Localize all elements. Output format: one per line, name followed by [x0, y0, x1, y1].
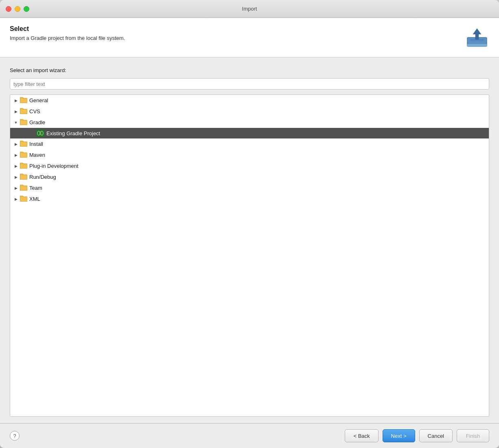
plugin-dev-label: Plug-in Development — [29, 163, 79, 169]
svg-rect-20 — [20, 142, 27, 146]
team-folder-icon — [20, 184, 27, 192]
window-title: Import — [242, 6, 257, 12]
tree-item-install[interactable]: ▶ Install — [10, 138, 489, 149]
plugin-dev-chevron: ▶ — [13, 164, 18, 169]
tree-item-xml[interactable]: ▶ XML — [10, 193, 489, 204]
existing-gradle-gradle-icon — [36, 130, 44, 137]
svg-rect-35 — [20, 197, 27, 201]
tree-item-gradle[interactable]: ▼ Gradle — [10, 117, 489, 128]
footer-left: ? — [10, 431, 20, 441]
team-chevron: ▶ — [13, 186, 18, 191]
svg-rect-26 — [20, 164, 27, 168]
cvs-label: CVS — [29, 108, 40, 114]
install-folder-icon — [20, 140, 27, 148]
next-button[interactable]: Next > — [383, 429, 415, 442]
header-section: Select Import a Gradle project from the … — [0, 18, 499, 57]
footer-buttons: < Back Next > Cancel Finish — [345, 429, 489, 442]
close-button[interactable] — [6, 6, 11, 12]
tree-item-general[interactable]: ▶ General — [10, 95, 489, 106]
existing-gradle-label: Existing Gradle Project — [46, 130, 100, 136]
existing-gradle-chevron — [30, 131, 35, 136]
run-debug-label: Run/Debug — [29, 174, 56, 180]
run-debug-chevron: ▶ — [13, 175, 18, 180]
maven-chevron: ▶ — [13, 153, 18, 158]
svg-rect-12 — [20, 121, 27, 125]
tree-item-plugin-dev[interactable]: ▶ Plug-in Development — [10, 160, 489, 171]
run-debug-folder-icon — [20, 173, 27, 181]
filter-input[interactable] — [10, 78, 489, 90]
cvs-chevron: ▶ — [13, 109, 18, 114]
cvs-folder-icon — [20, 108, 27, 115]
plugin-dev-folder-icon — [20, 162, 27, 170]
svg-rect-29 — [20, 175, 27, 179]
svg-rect-32 — [20, 186, 27, 190]
team-label: Team — [29, 185, 42, 191]
svg-rect-23 — [20, 153, 27, 157]
general-label: General — [29, 97, 48, 103]
general-chevron: ▶ — [13, 98, 18, 103]
tree-item-run-debug[interactable]: ▶ Run/Debug — [10, 171, 489, 182]
tree-item-existing-gradle[interactable]: Existing Gradle Project — [10, 128, 489, 138]
install-chevron: ▶ — [13, 142, 18, 147]
tree-item-maven[interactable]: ▶ Maven — [10, 149, 489, 160]
traffic-lights — [6, 6, 29, 12]
main-content: Select an import wizard: ▶ General▶ CVS▼… — [0, 57, 499, 423]
back-button[interactable]: < Back — [345, 429, 378, 442]
tree-item-team[interactable]: ▶ Team — [10, 182, 489, 193]
minimize-button[interactable] — [15, 6, 20, 12]
header-subtitle: Import a Gradle project from the local f… — [10, 35, 125, 41]
wizard-label: Select an import wizard: — [10, 67, 489, 73]
titlebar: Import — [0, 0, 499, 18]
svg-rect-6 — [20, 99, 27, 103]
gradle-label: Gradle — [29, 119, 45, 125]
general-folder-icon — [20, 97, 27, 104]
xml-folder-icon — [20, 195, 27, 203]
cancel-button[interactable]: Cancel — [419, 429, 453, 442]
svg-rect-9 — [20, 110, 27, 114]
tree-item-cvs[interactable]: ▶ CVS — [10, 106, 489, 117]
maven-folder-icon — [20, 151, 27, 159]
gradle-folder-icon — [20, 119, 27, 126]
footer: ? < Back Next > Cancel Finish — [0, 423, 499, 448]
window: Import Select Import a Gradle project fr… — [0, 0, 499, 448]
finish-button[interactable]: Finish — [457, 429, 489, 442]
install-label: Install — [29, 141, 43, 147]
maven-label: Maven — [29, 152, 45, 158]
xml-chevron: ▶ — [13, 197, 18, 202]
help-button[interactable]: ? — [10, 431, 20, 441]
tree-container[interactable]: ▶ General▶ CVS▼ Gradle Existing Gradle P… — [10, 94, 489, 417]
header-text: Select Import a Gradle project from the … — [10, 25, 125, 41]
svg-rect-1 — [467, 44, 487, 46]
header-title: Select — [10, 25, 125, 33]
gradle-chevron: ▼ — [13, 120, 18, 125]
xml-label: XML — [29, 196, 40, 202]
import-icon — [465, 25, 489, 50]
maximize-button[interactable] — [24, 6, 29, 12]
